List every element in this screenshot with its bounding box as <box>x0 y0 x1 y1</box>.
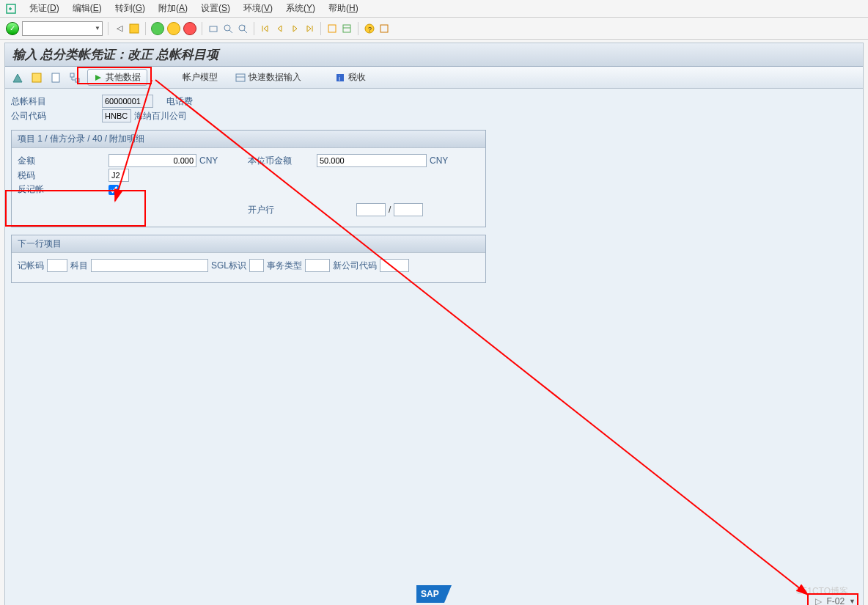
item-group-header: 项目 1 / 借方分录 / 40 / 附加明细 <box>12 131 485 148</box>
menu-settings[interactable]: 设置(S) <box>201 2 230 15</box>
header-icon[interactable] <box>30 71 43 84</box>
local-amount-field[interactable] <box>317 154 427 167</box>
svg-text:?: ? <box>368 26 372 33</box>
svg-rect-9 <box>343 25 350 32</box>
svg-rect-16 <box>70 73 74 77</box>
menu-help[interactable]: 帮助(H) <box>328 2 358 15</box>
amount-label: 金额 <box>18 155 106 167</box>
tcode-label: F-02 <box>826 596 845 605</box>
svg-rect-14 <box>32 73 41 82</box>
posting-key-field[interactable] <box>47 259 67 272</box>
dropdown-arrow-icon[interactable]: ▼ <box>849 598 856 605</box>
svg-rect-8 <box>328 25 336 32</box>
svg-rect-1 <box>130 24 139 33</box>
page-title: 输入 总分类帐凭证：改正 总帐科目项 <box>5 43 863 67</box>
trans-type-label: 事务类型 <box>267 260 302 272</box>
menu-env[interactable]: 环境(V) <box>243 2 273 15</box>
back-button[interactable] <box>151 22 164 35</box>
reverse-posting-label: 反记帐 <box>18 183 106 196</box>
content-area: 总帐科目 电话费 公司代码 海纳百川公司 项目 1 / 借方分录 / 40 / … <box>5 89 863 287</box>
new-session-icon[interactable] <box>326 23 338 34</box>
gl-account-field[interactable] <box>102 95 153 108</box>
back-icon[interactable]: ◁ <box>114 23 125 34</box>
next-item-header: 下一行项目 <box>12 235 485 253</box>
tax-code-label: 税码 <box>18 169 106 182</box>
menu-voucher[interactable]: 凭证(D) <box>29 2 59 15</box>
sap-logo: SAP <box>416 585 452 605</box>
svg-rect-13 <box>380 25 388 32</box>
account-field[interactable] <box>91 259 208 272</box>
divider <box>145 22 146 35</box>
divider <box>202 22 202 35</box>
svg-rect-22 <box>336 74 344 81</box>
menu-edit[interactable]: 编辑(E) <box>73 2 102 15</box>
sgl-label: SGL标识 <box>211 260 246 272</box>
overview-icon[interactable] <box>11 71 24 84</box>
svg-rect-20 <box>236 74 245 81</box>
divider <box>358 22 358 35</box>
next-page-icon[interactable] <box>289 23 301 34</box>
other-data-button[interactable]: 其他数据 <box>87 69 147 86</box>
command-field[interactable]: ▼ <box>22 21 103 36</box>
new-company-label: 新公司代码 <box>333 260 377 272</box>
app-menu-icon[interactable] <box>6 4 16 14</box>
amount-field[interactable] <box>108 154 196 167</box>
print-icon[interactable] <box>207 23 219 34</box>
svg-rect-2 <box>210 26 217 32</box>
local-amount-label: 本位币金额 <box>248 155 314 167</box>
app-toolbar: 其他数据 帐户模型 快速数据输入 i 税收 <box>5 67 863 89</box>
cancel-button[interactable] <box>183 22 196 35</box>
svg-rect-17 <box>76 78 79 82</box>
sgl-field[interactable] <box>249 259 264 272</box>
fast-entry-label: 快速数据输入 <box>249 71 301 84</box>
gl-account-label: 总帐科目 <box>11 95 99 108</box>
divider <box>320 22 321 35</box>
slash-label: / <box>389 205 391 215</box>
display-icon[interactable] <box>49 71 62 84</box>
last-page-icon[interactable] <box>304 23 315 34</box>
first-page-icon[interactable] <box>260 23 271 34</box>
enter-button[interactable]: ✓ <box>6 22 19 35</box>
find-next-icon[interactable]: + <box>237 23 249 34</box>
new-company-field[interactable] <box>380 259 409 272</box>
fast-entry-icon <box>235 73 246 83</box>
item-group: 项目 1 / 借方分录 / 40 / 附加明细 金额 CNY 本位币金额 CNY… <box>11 130 486 227</box>
help-icon[interactable]: ? <box>364 23 375 34</box>
menu-system[interactable]: 系统(Y) <box>286 2 315 15</box>
save-icon[interactable] <box>128 23 140 34</box>
svg-point-3 <box>224 25 230 31</box>
tax-label: 税收 <box>348 71 366 84</box>
company-code-field[interactable] <box>102 109 131 122</box>
local-amount-currency: CNY <box>430 155 448 166</box>
bank-field-1[interactable] <box>356 203 386 216</box>
svg-rect-15 <box>52 73 59 82</box>
layout-icon[interactable] <box>341 23 353 34</box>
reverse-posting-checkbox[interactable] <box>108 185 119 195</box>
exit-button[interactable] <box>167 22 180 35</box>
nav-arrow-icon[interactable]: ▷ <box>815 596 822 605</box>
company-code-text: 海纳百川公司 <box>134 110 187 122</box>
svg-text:SAP: SAP <box>421 589 439 599</box>
tree-icon[interactable] <box>68 71 81 84</box>
main-area: 输入 总分类帐凭证：改正 总帐科目项 其他数据 帐户模型 快速数据输入 i 税收… <box>4 43 864 605</box>
svg-text:+: + <box>243 23 246 28</box>
svg-line-4 <box>229 30 232 33</box>
menu-extra[interactable]: 附加(A) <box>158 2 188 15</box>
tax-button[interactable]: i 税收 <box>329 70 372 85</box>
bank-field-2[interactable] <box>394 203 423 216</box>
account-model-button[interactable]: 帐户模型 <box>177 70 224 85</box>
next-item-group: 下一行项目 记帐码 科目 SGL标识 事务类型 新公司代码 <box>11 235 486 283</box>
custom-icon[interactable] <box>378 23 390 34</box>
svg-text:i: i <box>339 75 340 82</box>
find-icon[interactable] <box>222 23 234 34</box>
bank-label: 开户行 <box>248 204 292 216</box>
fast-entry-button[interactable]: 快速数据输入 <box>229 70 307 85</box>
standard-toolbar: ✓ ▼ ◁ + ? <box>0 18 868 40</box>
trans-type-field[interactable] <box>305 259 330 272</box>
tax-code-field[interactable] <box>108 169 129 182</box>
menu-goto[interactable]: 转到(G) <box>115 2 145 15</box>
prev-page-icon[interactable] <box>274 23 286 34</box>
divider <box>108 22 108 35</box>
posting-key-label: 记帐码 <box>18 260 44 272</box>
other-data-label: 其他数据 <box>106 71 141 84</box>
